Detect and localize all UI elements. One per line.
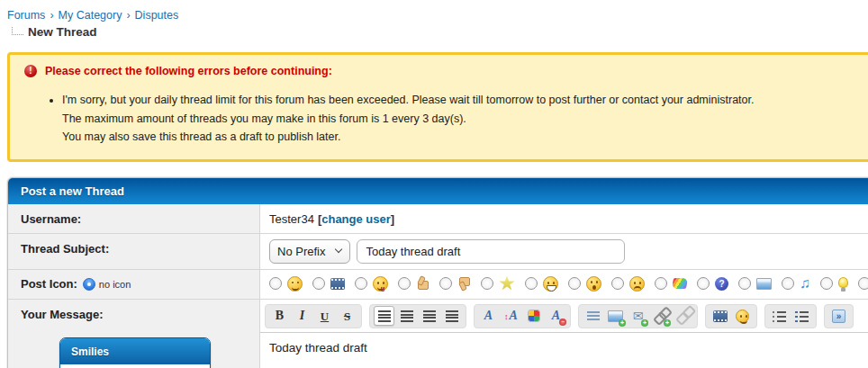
toolbar-font-button[interactable]: A: [478, 306, 499, 326]
toolbar-color-button[interactable]: [523, 306, 544, 326]
toolbar-align-right-button[interactable]: [419, 306, 439, 326]
post-icon-label: Post Icon:: [21, 277, 77, 291]
post-icon-row: Post Icon: no icon ?♫: [8, 270, 868, 300]
new-thread-page: Forums›My Category›Disputes New Thread !…: [0, 0, 868, 368]
tongue-smiley-icon[interactable]: [373, 276, 388, 292]
toolbar-unlink-button[interactable]: [673, 306, 693, 326]
breadcrumb-link-my-category[interactable]: My Category: [59, 9, 122, 22]
error-line-3: You may also save this thread as a draft…: [62, 130, 340, 143]
message-editor[interactable]: Today thread draft: [260, 332, 868, 368]
post-icon-option-wink[interactable]: [269, 276, 303, 292]
grin-smiley-icon[interactable]: [543, 276, 558, 292]
post-icon-option-thumbs-down[interactable]: [439, 276, 471, 291]
rainbow-icon[interactable]: [672, 278, 688, 289]
toolbar-justify-button[interactable]: [441, 306, 462, 326]
message-label: Your Message:: [21, 308, 259, 321]
align-left-icon: [378, 310, 391, 322]
film-icon[interactable]: [330, 278, 345, 290]
breadcrumb-separator: ›: [126, 9, 130, 22]
wink-smiley-icon[interactable]: [287, 276, 303, 292]
breadcrumb: Forums›My Category›Disputes: [7, 9, 868, 22]
change-user-link[interactable]: change user: [321, 212, 391, 226]
toolbar-insert-link-button[interactable]: +: [650, 306, 671, 326]
toolbar-bullet-list-button[interactable]: [769, 306, 790, 326]
thumbs-down-icon[interactable]: [457, 276, 471, 291]
smilies-panel-body: [60, 364, 210, 368]
post-icon-option-thumbs-up[interactable]: [398, 276, 429, 291]
post-icon-radio-shock[interactable]: [568, 277, 581, 290]
toolbar-remove-format-button[interactable]: A−: [546, 306, 566, 326]
toolbar-italic-button[interactable]: I: [292, 306, 312, 326]
toolbar-numbered-list-button[interactable]: [791, 306, 812, 326]
post-icon-radio-star[interactable]: [481, 277, 493, 290]
music-note-icon[interactable]: ♫: [800, 276, 810, 291]
font-color-icon: [529, 310, 539, 321]
post-icon-radio-rainbow[interactable]: [655, 277, 667, 290]
post-icon-radio-grin[interactable]: [525, 277, 538, 290]
post-icon-option-picture[interactable]: [738, 277, 772, 290]
post-icon-option-lightbulb[interactable]: [820, 277, 848, 291]
post-icon-radio-picture[interactable]: [738, 277, 751, 290]
breadcrumb-link-disputes[interactable]: Disputes: [135, 9, 179, 22]
subject-input[interactable]: [357, 239, 625, 264]
strikethrough-glyph: S: [344, 310, 350, 322]
tree-branch-icon: [12, 27, 23, 35]
post-icon-radio-thumbs-up[interactable]: [398, 277, 411, 290]
shock-smiley-icon[interactable]: [586, 276, 601, 292]
post-icon-radio-thumbs-down[interactable]: [439, 277, 452, 290]
post-icon-option-frown[interactable]: [611, 276, 645, 292]
post-icon-radio-tongue[interactable]: [355, 277, 367, 290]
post-icon-radio-cutoff[interactable]: [858, 277, 868, 290]
post-icon-option-grin[interactable]: [525, 276, 558, 292]
post-icon-radio-lightbulb[interactable]: [820, 277, 833, 290]
frown-smiley-icon[interactable]: [629, 276, 645, 292]
toolbar-insert-email-button[interactable]: ✉+: [628, 306, 648, 326]
post-icon-radio-film[interactable]: [312, 277, 325, 290]
toolbar-strikethrough-button[interactable]: S: [337, 306, 357, 326]
post-icon-option-film[interactable]: [312, 277, 345, 290]
star-icon[interactable]: [499, 276, 515, 292]
smilies-panel: Smilies: [59, 337, 211, 368]
subject-row: Thread Subject: No Prefix: [8, 234, 868, 270]
toolbar-insert-video-button[interactable]: [710, 306, 730, 326]
post-icon-radio-question[interactable]: [697, 277, 710, 290]
error-title: Please correct the following errors befo…: [45, 65, 332, 77]
breadcrumb-link-forums[interactable]: Forums: [7, 9, 45, 22]
toolbar-bold-button[interactable]: B: [269, 306, 290, 326]
toolbar-insert-image-button[interactable]: +: [605, 306, 626, 326]
post-icon-radio-music-note[interactable]: [782, 277, 794, 290]
toolbar-size-button[interactable]: ↕A: [501, 306, 521, 326]
toolbar-wrap-quote-button[interactable]: »: [828, 306, 849, 326]
message-editor-cell: BIUSA↕AA−+✉++» Today thread draft: [260, 300, 868, 368]
justify-icon: [446, 310, 458, 322]
editor-toolbar: BIUSA↕AA−+✉++»: [260, 300, 868, 332]
smilies-panel-header[interactable]: Smilies: [60, 338, 210, 364]
post-icon-option-rainbow[interactable]: [655, 277, 687, 290]
no-icon-radio[interactable]: [83, 278, 95, 291]
post-icon-option-shock[interactable]: [568, 276, 601, 292]
toolbar-insert-smiley-button[interactable]: [732, 306, 753, 326]
prefix-select[interactable]: No Prefix: [269, 239, 350, 264]
thumbs-up-icon[interactable]: [416, 276, 429, 291]
post-icon-option-music-note[interactable]: ♫: [782, 276, 810, 291]
italic-glyph: I: [300, 310, 304, 322]
post-icon-radio-wink[interactable]: [269, 277, 282, 290]
question-icon[interactable]: ?: [715, 277, 728, 291]
post-icon-option-star[interactable]: [481, 276, 515, 292]
toolbar-align-left-button[interactable]: [374, 306, 394, 326]
post-icon-option-tongue[interactable]: [355, 276, 388, 292]
post-icon-radio-frown[interactable]: [611, 277, 624, 290]
bullet-list-icon: [773, 310, 786, 322]
picture-icon[interactable]: [756, 278, 772, 290]
lightbulb-icon[interactable]: [838, 277, 848, 288]
plus-badge-icon: +: [641, 319, 648, 327]
horizontal-rule-icon: [587, 311, 600, 320]
post-icon-option-question[interactable]: ?: [697, 277, 728, 291]
toolbar-underline-button[interactable]: U: [314, 306, 335, 326]
toolbar-horizontal-rule-button[interactable]: [583, 306, 603, 326]
toolbar-align-center-button[interactable]: [396, 306, 417, 326]
font-name-icon: A: [484, 310, 493, 322]
toolbar-group: [705, 304, 757, 328]
message-row: Your Message: Smilies BIUSA↕AA−+✉++» Tod…: [8, 300, 868, 368]
form-header: Post a new Thread: [8, 178, 868, 204]
